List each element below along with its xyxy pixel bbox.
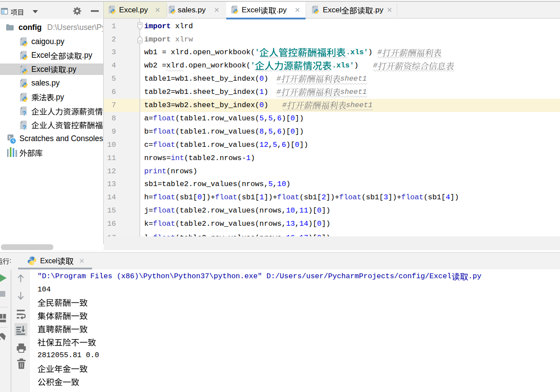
svg-text:?: ? [22,123,26,130]
svg-text:?: ? [22,109,26,116]
